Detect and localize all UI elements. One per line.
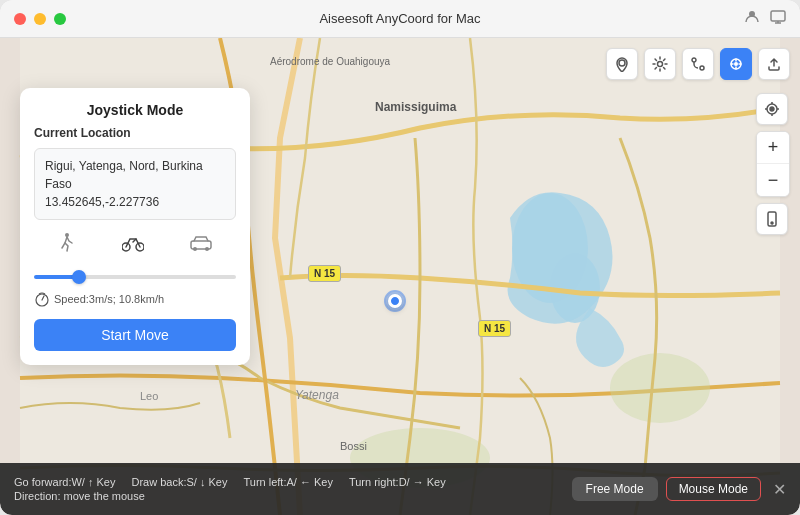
location-dot <box>384 290 406 312</box>
main-content: Aérodrome de Ouahigouya Namissiguima Zog… <box>0 38 800 515</box>
close-button[interactable] <box>14 13 26 25</box>
settings-toolbar-btn[interactable] <box>644 48 676 80</box>
speed-slider[interactable] <box>34 275 236 279</box>
shortcut-direction: Direction: move the mouse <box>14 490 145 502</box>
mode-icons <box>34 232 236 259</box>
svg-point-32 <box>193 247 197 251</box>
shortcut-right: Turn right:D/ → Key <box>349 476 446 488</box>
svg-point-27 <box>771 222 773 224</box>
speed-info: Speed:3m/s; 10.8km/h <box>34 291 236 307</box>
joystick-panel: Joystick Mode Current Location Rigui, Ya… <box>20 88 250 365</box>
zoom-out-btn[interactable]: − <box>757 164 789 196</box>
pin-toolbar-btn[interactable] <box>606 48 638 80</box>
right-sidebar: + − <box>756 93 790 235</box>
device-btn[interactable] <box>756 203 788 235</box>
svg-point-8 <box>610 353 710 423</box>
road-shield-n15-left: N 15 <box>308 265 341 282</box>
mouse-mode-button[interactable]: Mouse Mode <box>666 477 761 501</box>
map-toolbar <box>606 48 790 80</box>
free-mode-button[interactable]: Free Mode <box>572 477 658 501</box>
start-move-button[interactable]: Start Move <box>34 319 236 351</box>
close-status-btn[interactable]: ✕ <box>773 480 786 499</box>
location-line2: 13.452645,-2.227736 <box>45 195 159 209</box>
svg-rect-1 <box>771 11 785 21</box>
shortcuts-container: Go forward:W/ ↑ Key Draw back:S/ ↓ Key T… <box>14 476 572 502</box>
svg-point-11 <box>658 62 663 67</box>
export-toolbar-btn[interactable] <box>758 48 790 80</box>
walk-mode-icon[interactable] <box>57 232 77 259</box>
maximize-button[interactable] <box>54 13 66 25</box>
bike-mode-icon[interactable] <box>122 234 144 257</box>
shortcut-forward: Go forward:W/ ↑ Key <box>14 476 115 488</box>
svg-point-15 <box>734 62 738 66</box>
zoom-controls: + − <box>756 131 790 197</box>
user-icon[interactable] <box>744 9 760 29</box>
svg-point-21 <box>770 107 774 111</box>
panel-title: Joystick Mode <box>34 102 236 118</box>
svg-point-33 <box>205 247 209 251</box>
shortcut-left: Turn left:A/ ← Key <box>243 476 332 488</box>
route-toolbar-btn[interactable] <box>682 48 714 80</box>
panel-subtitle: Current Location <box>34 126 236 140</box>
location-line1: Rigui, Yatenga, Nord, Burkina Faso <box>45 159 203 191</box>
titlebar: Aiseesoft AnyCoord for Mac <box>0 0 800 38</box>
car-mode-icon[interactable] <box>189 235 213 256</box>
titlebar-actions <box>744 9 786 29</box>
joystick-toolbar-btn[interactable] <box>720 48 752 80</box>
app-window: Aiseesoft AnyCoord for Mac <box>0 0 800 515</box>
location-box: Rigui, Yatenga, Nord, Burkina Faso 13.45… <box>34 148 236 220</box>
svg-point-13 <box>700 66 704 70</box>
app-title: Aiseesoft AnyCoord for Mac <box>319 11 480 26</box>
zoom-in-btn[interactable]: + <box>757 132 789 164</box>
status-bar: Go forward:W/ ↑ Key Draw back:S/ ↓ Key T… <box>0 463 800 515</box>
road-shield-n15-right: N 15 <box>478 320 511 337</box>
window-controls <box>14 13 66 25</box>
minimize-button[interactable] <box>34 13 46 25</box>
status-right: Free Mode Mouse Mode ✕ <box>572 477 786 501</box>
locate-btn[interactable] <box>756 93 788 125</box>
display-icon[interactable] <box>770 9 786 29</box>
svg-point-10 <box>619 60 625 66</box>
shortcut-back: Draw back:S/ ↓ Key <box>131 476 227 488</box>
speed-label: Speed:3m/s; 10.8km/h <box>54 293 164 305</box>
svg-point-12 <box>692 58 696 62</box>
speed-slider-container <box>34 265 236 283</box>
location-dot-inner <box>388 294 402 308</box>
